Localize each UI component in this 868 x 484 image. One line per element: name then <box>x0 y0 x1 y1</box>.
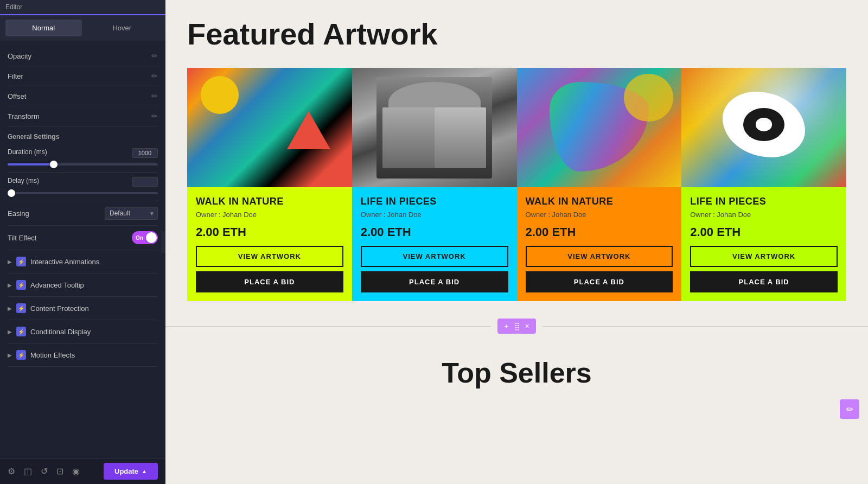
delay-thumb[interactable] <box>8 189 15 197</box>
card-price-4: 2.00 ETH <box>690 225 838 239</box>
card-buttons-4: VIEW ARTWORK PLACE A BID <box>690 246 838 292</box>
update-chevron-icon: ▲ <box>142 468 147 474</box>
layers-icon[interactable]: ◫ <box>24 466 32 476</box>
tilt-effect-row: Tilt Effect On <box>8 226 158 250</box>
content-protection-label: Content Protection <box>30 304 89 313</box>
card-bid-btn-2[interactable]: PLACE A BID <box>361 271 508 292</box>
filter-edit-icon[interactable]: ✏ <box>151 72 158 80</box>
motion-effects-chevron-icon: ▶ <box>8 352 12 358</box>
advanced-tooltip-icon: ⚡ <box>16 280 26 290</box>
motion-effects-label: Motion Effects <box>30 351 75 359</box>
card-price-1: 2.00 ETH <box>196 225 343 239</box>
motion-effects-section[interactable]: ▶ ⚡ Motion Effects <box>8 343 158 367</box>
easing-row: Easing Default Linear Ease In Ease Out E… <box>8 201 158 226</box>
panel-collapse-handle[interactable]: ‹ <box>161 231 165 253</box>
responsive-icon[interactable]: ⊡ <box>56 466 63 476</box>
content-protection-chevron-icon: ▶ <box>8 305 12 311</box>
interactive-animations-icon: ⚡ <box>16 257 26 266</box>
transform-edit-icon[interactable]: ✏ <box>151 112 158 120</box>
artwork-image-3 <box>517 68 682 187</box>
duration-thumb[interactable] <box>50 161 58 168</box>
easing-select-wrapper: Default Linear Ease In Ease Out Ease In … <box>105 207 158 220</box>
card-body-4: LIFE IN PIECES Owner : Johan Doe 2.00 ET… <box>681 187 846 301</box>
top-sellers-section: Top Sellers <box>165 340 868 405</box>
duration-slider-row: Duration (ms) <box>8 144 158 173</box>
filter-row: Filter ✏ <box>8 66 158 86</box>
divider-line-left <box>165 326 491 327</box>
offset-row: Offset ✏ <box>8 86 158 106</box>
offset-edit-icon[interactable]: ✏ <box>151 92 158 100</box>
artwork-card-3: WALK IN NATURE Owner : Johan Doe 2.00 ET… <box>517 68 682 301</box>
tab-hover[interactable]: Hover <box>84 20 161 36</box>
card-view-btn-3[interactable]: VIEW ARTWORK <box>526 246 673 267</box>
featured-title: Featured Artwork <box>187 16 846 52</box>
card-bid-btn-4[interactable]: PLACE A BID <box>690 271 838 292</box>
editor-bar: Editor <box>0 0 165 15</box>
offset-label: Offset <box>8 92 26 100</box>
conditional-display-section[interactable]: ▶ ⚡ Conditional Display <box>8 320 158 343</box>
general-settings-title: General Settings <box>8 126 158 144</box>
card-owner-3: Owner : Johan Doe <box>526 211 673 219</box>
card-title-2: LIFE IN PIECES <box>361 196 508 207</box>
tilt-toggle-knob <box>146 232 157 243</box>
artwork-card-2: LIFE IN PIECES Owner : Johan Doe 2.00 ET… <box>352 68 517 301</box>
tilt-effect-toggle[interactable]: On <box>132 231 158 244</box>
card-bid-btn-3[interactable]: PLACE A BID <box>526 271 673 292</box>
preview-icon[interactable]: ◉ <box>72 466 80 476</box>
settings-icon[interactable]: ⚙ <box>8 466 15 476</box>
artwork-image-1 <box>187 68 352 187</box>
interactive-animations-section[interactable]: ▶ ⚡ Interactive Animations <box>8 250 158 273</box>
delay-label: Delay (ms) <box>8 177 39 187</box>
card-view-btn-1[interactable]: VIEW ARTWORK <box>196 246 343 267</box>
duration-fill <box>8 163 53 165</box>
divider-close-icon[interactable]: × <box>525 322 529 330</box>
delay-value-input[interactable] <box>132 177 158 187</box>
card-buttons-3: VIEW ARTWORK PLACE A BID <box>526 246 673 292</box>
artwork-card-1: WALK IN NATURE Owner : Johan Doe 2.00 ET… <box>187 68 352 301</box>
card-title-1: WALK IN NATURE <box>196 196 343 207</box>
advanced-tooltip-chevron-icon: ▶ <box>8 282 12 288</box>
opacity-edit-icon[interactable]: ✏ <box>151 52 158 60</box>
artwork-card-4: LIFE IN PIECES Owner : Johan Doe 2.00 ET… <box>681 68 846 301</box>
bottom-toolbar: ⚙ ◫ ↺ ⊡ ◉ Update ▲ <box>0 458 165 484</box>
artwork-image-4 <box>681 68 846 187</box>
advanced-tooltip-section[interactable]: ▶ ⚡ Advanced Tooltip <box>8 273 158 297</box>
content-protection-icon: ⚡ <box>16 303 26 313</box>
card-owner-2: Owner : Johan Doe <box>361 211 508 219</box>
artwork-grid: WALK IN NATURE Owner : Johan Doe 2.00 ET… <box>187 68 846 301</box>
opacity-row: Opacity ✏ <box>8 46 158 66</box>
card-title-4: LIFE IN PIECES <box>690 196 838 207</box>
update-button[interactable]: Update ▲ <box>104 463 158 480</box>
transform-row: Transform ✏ <box>8 106 158 126</box>
card-bid-btn-1[interactable]: PLACE A BID <box>196 271 343 292</box>
left-panel: Editor Normal Hover Opacity ✏ Filter ✏ O… <box>0 0 165 484</box>
divider-move-icon[interactable]: ⣿ <box>514 322 520 330</box>
conditional-display-label: Conditional Display <box>30 328 91 336</box>
filter-label: Filter <box>8 72 23 80</box>
history-icon[interactable]: ↺ <box>41 466 48 476</box>
card-view-btn-2[interactable]: VIEW ARTWORK <box>361 246 508 267</box>
tilt-effect-label: Tilt Effect <box>8 234 36 242</box>
transform-label: Transform <box>8 112 40 120</box>
card-buttons-1: VIEW ARTWORK PLACE A BID <box>196 246 343 292</box>
card-buttons-2: VIEW ARTWORK PLACE A BID <box>361 246 508 292</box>
tilt-toggle-label: On <box>136 235 143 241</box>
interactive-animations-chevron-icon: ▶ <box>8 259 12 265</box>
toolbar-icons: ⚙ ◫ ↺ ⊡ ◉ <box>8 466 80 476</box>
card-owner-1: Owner : Johan Doe <box>196 211 343 219</box>
divider-controls: + ⣿ × <box>497 319 535 334</box>
editor-label: Editor <box>5 3 22 11</box>
duration-value-input[interactable] <box>132 148 158 158</box>
card-view-btn-4[interactable]: VIEW ARTWORK <box>690 246 838 267</box>
right-edit-button[interactable]: ✏ <box>840 399 859 419</box>
easing-select[interactable]: Default Linear Ease In Ease Out Ease In … <box>105 207 158 220</box>
card-title-3: WALK IN NATURE <box>526 196 673 207</box>
divider-add-icon[interactable]: + <box>504 322 508 330</box>
divider-line-right <box>542 326 868 327</box>
tab-normal[interactable]: Normal <box>5 20 82 36</box>
interactive-animations-label: Interactive Animations <box>30 258 99 266</box>
card-price-3: 2.00 ETH <box>526 225 673 239</box>
content-protection-section[interactable]: ▶ ⚡ Content Protection <box>8 297 158 320</box>
card-body-1: WALK IN NATURE Owner : Johan Doe 2.00 ET… <box>187 187 352 301</box>
conditional-display-icon: ⚡ <box>16 327 26 336</box>
